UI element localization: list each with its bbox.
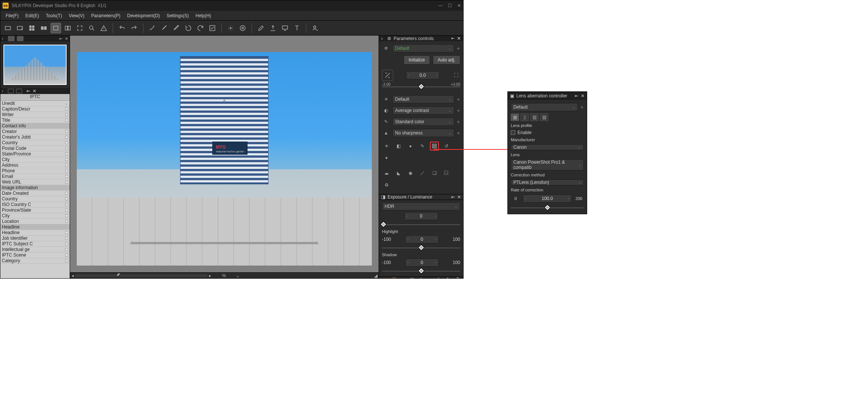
brightness-add-icon[interactable]: + [456, 96, 460, 102]
sharpness-icon[interactable]: ▲ [382, 129, 390, 137]
correction-select[interactable]: PTLens (Lensfun)⌄ [511, 179, 584, 185]
collapse-right-icon[interactable]: › [381, 36, 385, 41]
x-red-icon[interactable]: ✕ [401, 277, 406, 278]
color-icon[interactable]: ✎ [382, 118, 390, 126]
brightness-tool-icon[interactable]: ☀ [382, 142, 391, 151]
iptc-row[interactable]: Intellectual ge [0, 247, 70, 252]
iptc-row[interactable]: Postal Code [0, 146, 70, 151]
iptc-row[interactable]: Job Identifier [0, 236, 70, 241]
maximize-button[interactable]: ☐ [448, 3, 452, 8]
iptc-row[interactable]: Unedit⌄ [0, 101, 70, 106]
iptc-row[interactable]: Phone [0, 168, 70, 174]
params-pin-icon[interactable]: ⇤ [451, 36, 455, 41]
compare-icon[interactable] [63, 23, 73, 33]
hdr-select[interactable]: HDR⌄ [382, 202, 460, 210]
popup-close-icon[interactable]: ✕ [581, 93, 585, 99]
exposure-icon[interactable] [382, 70, 393, 81]
contrast-icon[interactable]: ◐ [382, 106, 390, 115]
iptc-pin-icon[interactable]: ⇤ [27, 88, 30, 94]
iptc-row[interactable]: Country [0, 196, 70, 202]
checkbox-icon[interactable] [511, 130, 515, 135]
user-zoom-icon[interactable] [310, 23, 321, 33]
zoom-chevron-icon[interactable]: ⌄ [235, 273, 240, 278]
iptc-row[interactable]: State/Province [0, 151, 70, 157]
flag-icon[interactable]: ⚑ [446, 277, 451, 278]
iptc-row[interactable]: Category [0, 258, 70, 264]
lens-select[interactable]: Canon PowerShot Pro1 & compatib⌄ [511, 159, 584, 170]
single-view-icon[interactable] [51, 23, 61, 33]
batch-icon[interactable]: ▣ [410, 277, 415, 278]
shadow-slider[interactable] [382, 268, 460, 274]
rate-value[interactable]: ‹100.0› [523, 194, 572, 203]
export-icon[interactable] [268, 23, 278, 33]
cloud-status-icon[interactable]: ☁ [428, 277, 433, 278]
menu-parameters[interactable]: Parameters(P) [88, 12, 124, 20]
iptc-row[interactable]: Web URL [0, 179, 70, 185]
shadow-value[interactable]: ‹0› [405, 258, 439, 267]
highlight-slider[interactable] [382, 245, 460, 251]
hdr-slider[interactable] [382, 222, 460, 228]
triangle-tool-icon[interactable]: ◣ [394, 169, 403, 178]
preset-add-icon[interactable]: + [456, 45, 460, 51]
adjust-tool-icon[interactable]: ✦ [382, 154, 391, 163]
iptc-row[interactable]: Creator [0, 129, 70, 134]
text-icon[interactable] [292, 23, 302, 33]
zoom-icon[interactable] [87, 23, 97, 33]
menu-view[interactable]: View(V) [66, 12, 88, 20]
rotate-right-icon[interactable] [195, 23, 206, 33]
menu-help[interactable]: Help(H) [192, 12, 214, 20]
popup-preset-select[interactable]: Default⌄ [511, 103, 578, 111]
undo-icon[interactable] [117, 23, 127, 33]
image-canvas[interactable]: MTG makuhari techno garden [77, 52, 372, 266]
rotate-left-icon[interactable] [183, 23, 194, 33]
enable-checkbox[interactable]: Enable [511, 130, 584, 135]
menu-development[interactable]: Development(D) [124, 12, 163, 20]
exposure-pin-icon[interactable]: ⇤ [451, 194, 455, 200]
brightness-select[interactable]: Default⌄ [392, 95, 454, 103]
open-image-icon[interactable] [15, 23, 25, 33]
list-small-icon[interactable] [16, 89, 22, 93]
brightness-icon[interactable]: ☀ [382, 95, 390, 103]
gear-light-icon[interactable] [237, 23, 248, 33]
wand-icon[interactable] [147, 23, 158, 33]
scroll-left-icon[interactable]: ◂ [70, 273, 75, 278]
fullscreen-icon[interactable] [75, 23, 85, 33]
sharpness-add-icon[interactable]: + [456, 130, 460, 136]
fish-tool-icon[interactable]: ◉ [406, 169, 415, 178]
manufacturer-select[interactable]: Canon⌄ [511, 144, 584, 150]
iptc-row[interactable]: Location [0, 219, 70, 224]
monitor-icon[interactable] [280, 23, 290, 33]
iptc-row[interactable]: Country [0, 140, 70, 146]
collapse-iptc-icon[interactable]: ‹ [2, 88, 6, 94]
open-folder-icon[interactable] [3, 23, 13, 33]
exposure-inc-icon[interactable]: › [434, 73, 439, 77]
cloud-tool-icon[interactable]: ☁ [382, 169, 391, 178]
collapse-left-icon[interactable]: ‹ [2, 36, 6, 41]
initialize-button[interactable]: Initialize [404, 55, 430, 64]
contrast-select[interactable]: Average contrast⌄ [392, 106, 454, 115]
panel-close-icon[interactable]: ✕ [65, 36, 68, 41]
menu-settings[interactable]: Settings(S) [164, 12, 192, 20]
stack-orange-icon[interactable]: ❐ [392, 277, 397, 278]
crop-tool-icon[interactable]: ⿴ [442, 169, 451, 178]
iptc-row[interactable]: Province/State [0, 208, 70, 213]
iptc-row[interactable]: Creator's Jobti [0, 134, 70, 140]
menu-tools[interactable]: Tools(T) [43, 12, 65, 20]
contrast-add-icon[interactable]: + [456, 107, 460, 113]
preset-select[interactable]: Default⌄ [392, 44, 454, 52]
tone-tool-icon[interactable]: ◧ [394, 142, 403, 151]
exposure-dec-icon[interactable]: ‹ [406, 73, 412, 77]
tab-vignette-icon[interactable]: ▨ [540, 113, 548, 121]
pin-icon[interactable]: ⇤ [59, 36, 63, 41]
resize-grip-icon[interactable]: ◢ [373, 273, 379, 278]
menu-edit[interactable]: Edit(E) [22, 12, 42, 20]
thumb-mode-icon[interactable] [8, 36, 15, 41]
grid-4-icon[interactable] [27, 23, 37, 33]
iptc-row[interactable]: ISO Country C [0, 202, 70, 208]
preset-gear-icon[interactable]: ✲ [382, 44, 390, 52]
iptc-row[interactable]: Caption/Descr [0, 106, 70, 112]
iptc-close-icon[interactable]: ✕ [33, 88, 36, 94]
print-icon[interactable]: ⎙ [437, 277, 442, 278]
hdr-value[interactable]: ‹0› [404, 212, 438, 220]
iptc-row[interactable]: Email [0, 174, 70, 179]
